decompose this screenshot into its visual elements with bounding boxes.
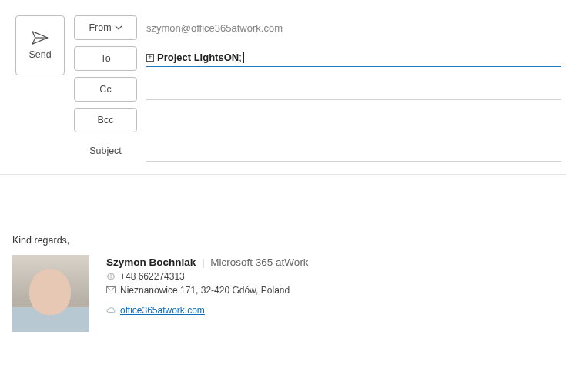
send-button[interactable]: Send [15,15,65,75]
signature-company: Microsoft 365 atWork [210,256,308,268]
recipient-separator: ; [239,52,242,63]
closing-line: Kind regards, [12,235,554,246]
chevron-down-icon [115,25,122,30]
signature-name-line: Szymon Bochniak | Microsoft 365 atWork [106,256,309,268]
send-column: Send [15,15,65,163]
signature-text: Szymon Bochniak | Microsoft 365 atWork +… [106,255,309,332]
cc-input[interactable] [146,79,561,96]
bcc-button[interactable]: Bcc [74,108,137,132]
cloud-icon [106,307,116,314]
phone-icon [106,273,116,280]
send-button-label: Send [28,49,51,60]
send-icon [32,31,49,45]
fields-column: From szymon@office365atwork.com To + Pro… [74,15,561,163]
signature-address: Nieznanowice 171, 32-420 Gdów, Poland [120,285,290,296]
recipient-chip[interactable]: + Project LightsON; [146,52,244,63]
signature-website-row: office365atwork.com [106,305,309,316]
cc-button-label: Cc [99,84,111,95]
to-button-label: To [100,53,110,64]
recipient-name: Project LightsON [157,52,239,63]
signature-block: Szymon Bochniak | Microsoft 365 atWork +… [12,255,554,332]
signature-phone-row: +48 662274313 [106,271,309,282]
subject-input[interactable] [146,140,561,158]
text-cursor [243,52,244,63]
from-button[interactable]: From [74,15,137,40]
expand-group-icon[interactable]: + [146,54,154,62]
to-button[interactable]: To [74,46,137,71]
compose-header: Send From szymon@office365atwork.com To … [0,0,566,175]
signature-separator: | [202,256,205,268]
from-button-label: From [89,22,111,33]
subject-row: Subject [74,139,561,163]
cc-button[interactable]: Cc [74,77,137,102]
avatar [12,255,89,332]
bcc-input[interactable] [146,112,561,129]
bcc-input-wrap[interactable] [146,112,561,129]
from-value-wrap: szymon@office365atwork.com [146,19,561,37]
bcc-button-label: Bcc [98,115,114,126]
bcc-row: Bcc [74,108,561,132]
from-row: From szymon@office365atwork.com [74,15,561,40]
subject-input-wrap[interactable] [146,140,561,162]
to-input-wrap[interactable]: + Project LightsON; [146,50,561,67]
signature-name: Szymon Bochniak [106,256,196,268]
mail-icon [106,286,116,294]
to-row: To + Project LightsON; [74,46,561,71]
from-address[interactable]: szymon@office365atwork.com [146,19,561,37]
cc-row: Cc [74,77,561,102]
subject-label: Subject [74,146,137,156]
signature-website-link[interactable]: office365atwork.com [120,305,205,316]
message-body[interactable]: Kind regards, Szymon Bochniak | Microsof… [0,175,566,390]
signature-phone: +48 662274313 [120,271,185,282]
cc-input-wrap[interactable] [146,79,561,100]
signature-address-row: Nieznanowice 171, 32-420 Gdów, Poland [106,285,309,296]
